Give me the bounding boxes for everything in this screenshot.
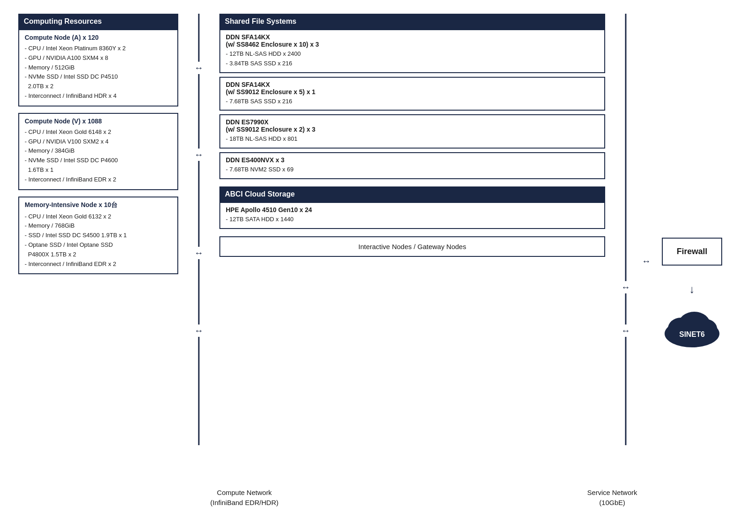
ddn4-title: DDN ES400NVX x 3 xyxy=(220,153,604,165)
service-network-line: ↔ ↔ xyxy=(605,14,646,445)
interactive-nodes-box: Interactive Nodes / Gateway Nodes xyxy=(219,236,605,257)
memory-intensive-node-specs: - CPU / Intel Xeon Gold 6132 x 2 - Memor… xyxy=(19,211,177,274)
service-network-label-line1: Service Network xyxy=(587,488,637,498)
computing-resources-panel: Computing Resources Compute Node (A) x 1… xyxy=(18,14,178,445)
compute-node-a-title: Compute Node (A) x 120 xyxy=(19,30,177,43)
compute-network-label-line1: Compute Network xyxy=(210,488,278,498)
arrow-interactive-left: ↔ xyxy=(192,325,205,337)
sinet-cloud-container: SINET6 xyxy=(660,304,724,350)
firewall-box: Firewall xyxy=(662,238,722,266)
service-network-label: Service Network (10GbE) xyxy=(587,488,637,508)
arrow-firewall-left: ↔ xyxy=(642,256,651,266)
svg-text:SINET6: SINET6 xyxy=(679,330,705,338)
cloud-storage-header: ABCI Cloud Storage xyxy=(219,186,605,202)
arrow-interactive-right: ↔ xyxy=(619,325,632,337)
compute-node-v-title: Compute Node (V) x 1088 xyxy=(19,114,177,127)
ddn1-specs: - 12TB NL-SAS HDD x 2400 - 3.84TB SAS SS… xyxy=(220,49,604,72)
firewall-sinet-panel: ↔ Firewall ↓ SINET6 xyxy=(646,14,738,445)
service-network-label-line2: (10GbE) xyxy=(587,498,637,508)
bottom-labels-row: Compute Network (InfiniBand EDR/HDR) Ser… xyxy=(18,482,738,518)
ddn4-specs: - 7.68TB NVM2 SSD x 69 xyxy=(220,165,604,178)
computing-header: Computing Resources xyxy=(18,14,178,29)
hpe-apollo-title: HPE Apollo 4510 Gen10 x 24 xyxy=(220,203,604,215)
compute-node-a-specs: - CPU / Intel Xeon Platinum 8360Y x 2 - … xyxy=(19,43,177,106)
memory-intensive-node-box: Memory-Intensive Node x 10台 - CPU / Inte… xyxy=(18,197,178,275)
compute-node-v-specs: - CPU / Intel Xeon Gold 6148 x 2 - GPU /… xyxy=(19,127,177,189)
arrow-node-a: ↔ xyxy=(192,62,205,74)
hpe-apollo-specs: - 12TB SATA HDD x 1440 xyxy=(220,215,604,228)
firewall-label: Firewall xyxy=(676,247,707,256)
right-panel: Shared File Systems DDN SFA14KX(w/ SS846… xyxy=(219,14,605,445)
ddn1-title: DDN SFA14KX(w/ SS8462 Enclosure x 10) x … xyxy=(220,30,604,49)
compute-network-line: ↔ ↔ ↔ ↔ xyxy=(178,14,219,445)
ddn4-box: DDN ES400NVX x 3 - 7.68TB NVM2 SSD x 69 xyxy=(219,152,605,179)
shared-fs-header: Shared File Systems xyxy=(219,14,605,29)
hpe-apollo-box: HPE Apollo 4510 Gen10 x 24 - 12TB SATA H… xyxy=(219,202,605,229)
sinet-cloud-svg: SINET6 xyxy=(660,304,724,350)
arrow-node-v: ↔ xyxy=(192,149,205,161)
arrow-sinet-down: ↓ xyxy=(689,284,695,295)
main-container: Computing Resources Compute Node (A) x 1… xyxy=(0,0,756,532)
compute-network-label: Compute Network (InfiniBand EDR/HDR) xyxy=(210,488,278,508)
memory-intensive-node-title: Memory-Intensive Node x 10台 xyxy=(19,197,177,211)
interactive-nodes-label: Interactive Nodes / Gateway Nodes xyxy=(358,243,466,250)
compute-node-v-box: Compute Node (V) x 1088 - CPU / Intel Xe… xyxy=(18,113,178,190)
ddn2-specs: - 7.68TB SAS SSD x 216 xyxy=(220,97,604,110)
compute-network-label-line2: (InfiniBand EDR/HDR) xyxy=(210,498,278,508)
ddn2-title: DDN SFA14KX(w/ SS9012 Enclosure x 5) x 1 xyxy=(220,78,604,97)
arrow-node-m: ↔ xyxy=(192,247,205,259)
compute-node-a-box: Compute Node (A) x 120 - CPU / Intel Xeo… xyxy=(18,29,178,106)
ddn2-box: DDN SFA14KX(w/ SS9012 Enclosure x 5) x 1… xyxy=(219,77,605,111)
ddn1-box: DDN SFA14KX(w/ SS8462 Enclosure x 10) x … xyxy=(219,29,605,73)
ddn3-box: DDN ES7990X(w/ SS9012 Enclosure x 2) x 3… xyxy=(219,114,605,149)
ddn3-specs: - 18TB NL-SAS HDD x 801 xyxy=(220,134,604,148)
ddn3-title: DDN ES7990X(w/ SS9012 Enclosure x 2) x 3 xyxy=(220,115,604,134)
arrow-cloud-right: ↔ xyxy=(619,281,632,293)
